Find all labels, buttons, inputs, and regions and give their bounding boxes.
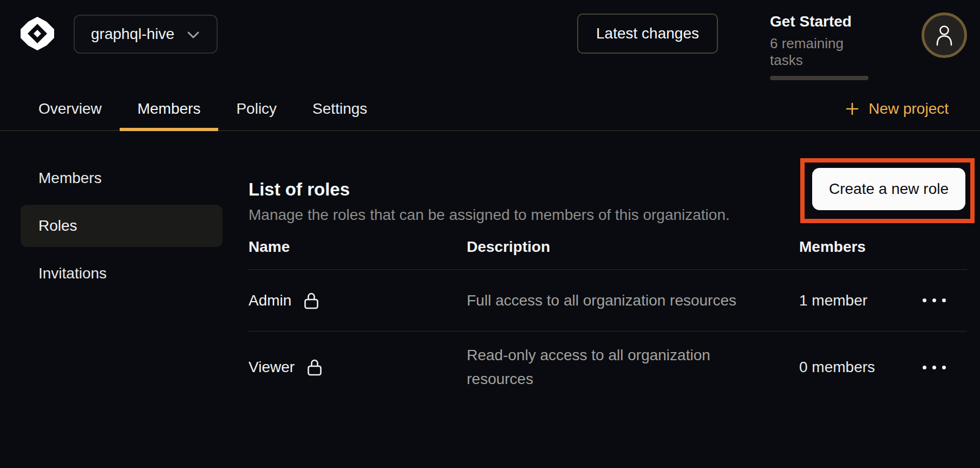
members-sidebar: Members Roles Invitations <box>21 157 223 295</box>
app-header: graphql-hive Latest changes Get Started … <box>0 0 980 88</box>
sidebar-item-roles[interactable]: Roles <box>21 205 223 247</box>
hive-logo-icon[interactable] <box>19 16 55 51</box>
role-name: Viewer <box>249 359 295 376</box>
user-icon <box>935 24 954 46</box>
row-menu-ellipsis-icon[interactable] <box>923 293 957 308</box>
tab-members[interactable]: Members <box>120 88 219 130</box>
plus-icon <box>845 101 860 116</box>
get-started-remaining-tasks: 6 remaining tasks <box>770 35 868 69</box>
row-menu-ellipsis-icon[interactable] <box>923 360 957 375</box>
sidebar-item-members[interactable]: Members <box>21 157 223 199</box>
role-description: Full access to all organization resource… <box>467 289 799 313</box>
column-header-description: Description <box>467 238 799 256</box>
column-header-name: Name <box>249 238 467 256</box>
get-started-progress-bar <box>770 76 868 80</box>
get-started-title: Get Started <box>770 13 868 30</box>
chevron-down-icon <box>186 30 200 40</box>
get-started-panel[interactable]: Get Started 6 remaining tasks <box>770 13 868 80</box>
new-project-label: New project <box>868 100 949 118</box>
table-row: Admin Full access to all organization re… <box>249 270 967 332</box>
role-member-count: 0 members <box>799 359 923 376</box>
role-name-cell: Admin <box>249 291 467 310</box>
latest-changes-label: Latest changes <box>596 25 699 42</box>
role-description: Read-only access to all organization res… <box>467 343 799 391</box>
org-tab-bar: Overview Members Policy Settings New pro… <box>0 88 980 131</box>
table-row: Viewer Read-only access to all organizat… <box>249 332 967 403</box>
tab-policy[interactable]: Policy <box>218 88 295 130</box>
roles-table: Name Description Members Admin Full acce… <box>249 238 967 403</box>
new-project-button[interactable]: New project <box>845 88 949 130</box>
latest-changes-button[interactable]: Latest changes <box>577 14 718 54</box>
organization-name: graphql-hive <box>91 25 174 43</box>
user-avatar[interactable] <box>922 12 967 58</box>
create-new-role-button[interactable]: Create a new role <box>812 168 965 210</box>
column-header-members: Members <box>799 238 923 256</box>
role-name-cell: Viewer <box>249 358 467 376</box>
table-header-row: Name Description Members <box>249 238 967 270</box>
tab-overview[interactable]: Overview <box>21 88 120 130</box>
role-member-count: 1 member <box>799 292 923 309</box>
lock-icon <box>303 291 319 310</box>
role-name: Admin <box>249 292 291 309</box>
organization-selector[interactable]: graphql-hive <box>74 15 218 54</box>
lock-icon <box>306 358 323 376</box>
org-tabs: Overview Members Policy Settings <box>0 88 980 130</box>
sidebar-item-invitations[interactable]: Invitations <box>21 252 223 295</box>
tab-settings[interactable]: Settings <box>295 88 385 130</box>
